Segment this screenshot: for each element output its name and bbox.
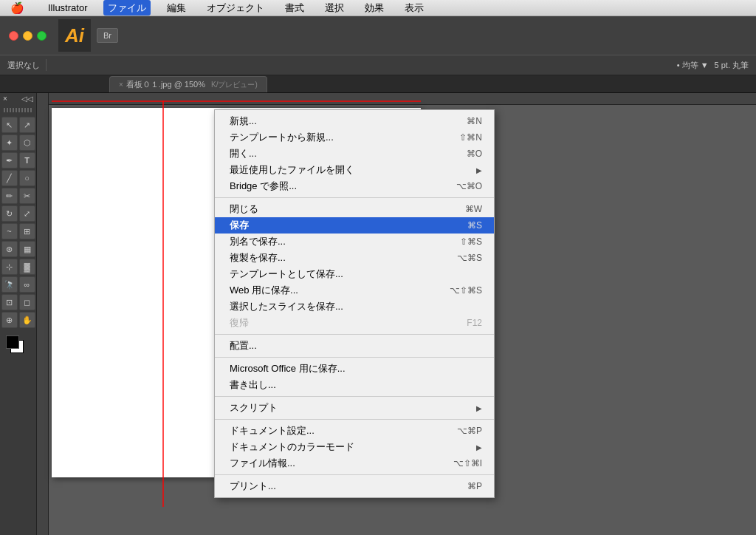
separator-1 bbox=[215, 197, 494, 198]
menu-effects[interactable]: 効果 bbox=[360, 0, 388, 16]
close-button[interactable] bbox=[9, 31, 18, 41]
pencil-tool[interactable]: ✏ bbox=[1, 188, 18, 204]
menu-file-info[interactable]: ファイル情報... ⌥⇧⌘I bbox=[215, 455, 494, 471]
separator-6 bbox=[215, 474, 494, 475]
toolbox-collapse[interactable]: ◁◁ bbox=[21, 95, 33, 103]
menu-open-shortcut: ⌘O bbox=[467, 149, 482, 159]
menu-save[interactable]: 保存 ⌘S bbox=[215, 217, 494, 234]
column-graph-tool[interactable]: ▦ bbox=[19, 241, 35, 257]
free-transform-tool[interactable]: ⊞ bbox=[19, 223, 35, 239]
menu-object[interactable]: オブジェクト bbox=[202, 0, 269, 16]
zoom-tool[interactable]: ⊕ bbox=[1, 312, 18, 328]
stroke-size: 5 pt. 丸筆 bbox=[715, 60, 749, 71]
menu-color-mode[interactable]: ドキュメントのカラーモード ▶ bbox=[215, 439, 494, 455]
gradient-tool[interactable]: ▓ bbox=[19, 259, 35, 275]
menu-recent-arrow: ▶ bbox=[476, 166, 482, 174]
ruler-left bbox=[37, 93, 49, 535]
file-menu-dropdown: 新規... ⌘N テンプレートから新規... ⇧⌘N 開く... ⌘O 最近使用… bbox=[214, 109, 495, 498]
menu-bridge[interactable]: Bridge で参照... ⌥⌘O bbox=[215, 178, 494, 194]
menu-save-for-web[interactable]: Web 用に保存... ⌥⇧⌘S bbox=[215, 282, 494, 299]
menu-edit[interactable]: 編集 bbox=[162, 0, 190, 16]
tool-row-11: ⊡ ◻ bbox=[1, 294, 35, 310]
scale-tool[interactable]: ⤢ bbox=[19, 205, 35, 222]
mesh-tool[interactable]: ⊹ bbox=[1, 259, 18, 275]
stroke-info: • 均等 ▼ bbox=[677, 60, 709, 71]
menu-print[interactable]: プリント... ⌘P bbox=[215, 478, 494, 494]
menu-open-recent[interactable]: 最近使用したファイルを開く ▶ bbox=[215, 162, 494, 178]
apple-menu[interactable]: 🍎 bbox=[6, 0, 29, 16]
menu-new[interactable]: 新規... ⌘N bbox=[215, 113, 494, 129]
tool-row-3: ✒ T bbox=[1, 152, 35, 168]
eyedropper-tool[interactable]: 🔭 bbox=[1, 276, 18, 293]
app-toolbar: Ai Br bbox=[0, 16, 756, 55]
toolbox: × ◁◁ ↖ ↗ ✦ ⬡ ✒ T ╱ ○ ✏ ✂ ↻ ⤢ ~ ⊞ bbox=[0, 93, 37, 535]
line-tool[interactable]: ╱ bbox=[1, 170, 18, 186]
menu-close-label: 閉じる bbox=[230, 202, 258, 216]
ruler-top bbox=[37, 93, 756, 105]
tool-row-1: ↖ ↗ bbox=[1, 117, 35, 133]
ellipse-tool[interactable]: ○ bbox=[19, 170, 35, 186]
hand-tool[interactable]: ✋ bbox=[19, 312, 35, 328]
select-tool[interactable]: ↖ bbox=[1, 117, 18, 133]
menu-save-template-label: テンプレートとして保存... bbox=[230, 268, 343, 281]
menu-illustrator[interactable]: Illustrator bbox=[44, 0, 92, 16]
menu-close[interactable]: 閉じる ⌘W bbox=[215, 201, 494, 217]
control-bar: 選択なし • 均等 ▼ 5 pt. 丸筆 bbox=[0, 55, 756, 75]
menu-file[interactable]: ファイル bbox=[103, 0, 151, 16]
stroke-swatch[interactable] bbox=[6, 335, 19, 349]
menu-open-label: 開く... bbox=[230, 147, 257, 160]
menu-revert-label: 復帰 bbox=[230, 316, 249, 330]
minimize-button[interactable] bbox=[23, 31, 32, 41]
symbol-tool[interactable]: ⊛ bbox=[1, 241, 18, 257]
menu-scripts[interactable]: スクリプト ▶ bbox=[215, 400, 494, 416]
separator-5 bbox=[215, 419, 494, 420]
warp-tool[interactable]: ~ bbox=[1, 223, 18, 239]
menu-save-web-shortcut: ⌥⇧⌘S bbox=[450, 285, 482, 296]
toolbox-handle bbox=[4, 108, 33, 112]
menu-export[interactable]: 書き出し... bbox=[215, 377, 494, 393]
type-tool[interactable]: T bbox=[19, 152, 35, 168]
document-tab[interactable]: × 看板０１.jpg @ 150% K/プレビュー) bbox=[109, 76, 267, 92]
tool-row-8: ⊛ ▦ bbox=[1, 241, 35, 257]
toolbox-close[interactable]: × bbox=[3, 95, 7, 103]
menu-new-template-shortcut: ⇧⌘N bbox=[459, 132, 482, 143]
menu-view[interactable]: 表示 bbox=[400, 0, 428, 16]
menu-place[interactable]: 配置... bbox=[215, 338, 494, 354]
menu-save-copy-label: 複製を保存... bbox=[230, 251, 286, 265]
magic-wand-tool[interactable]: ✦ bbox=[1, 134, 18, 151]
menu-revert-shortcut: F12 bbox=[467, 318, 482, 328]
menu-save-copy-shortcut: ⌥⌘S bbox=[457, 253, 482, 263]
slice-tool[interactable]: ⊡ bbox=[1, 294, 18, 310]
menu-close-shortcut: ⌘W bbox=[465, 204, 482, 214]
menu-save-as[interactable]: 別名で保存... ⇧⌘S bbox=[215, 234, 494, 250]
menu-select[interactable]: 選択 bbox=[320, 0, 348, 16]
tab-close-btn[interactable]: × bbox=[119, 81, 123, 89]
separator-3 bbox=[215, 357, 494, 358]
menu-document-setup[interactable]: ドキュメント設定... ⌥⌘P bbox=[215, 423, 494, 439]
menu-open[interactable]: 開く... ⌘O bbox=[215, 146, 494, 162]
menu-save-copy[interactable]: 複製を保存... ⌥⌘S bbox=[215, 250, 494, 266]
menu-new-label: 新規... bbox=[230, 115, 257, 128]
direct-select-tool[interactable]: ↗ bbox=[19, 117, 35, 133]
maximize-button[interactable] bbox=[37, 31, 47, 41]
menu-format[interactable]: 書式 bbox=[281, 0, 309, 16]
blend-tool[interactable]: ∞ bbox=[19, 276, 35, 293]
menu-export-label: 書き出し... bbox=[230, 378, 276, 392]
menu-save-for-office[interactable]: Microsoft Office 用に保存... bbox=[215, 361, 494, 377]
menu-recent-label: 最近使用したファイルを開く bbox=[230, 163, 354, 177]
menu-place-label: 配置... bbox=[230, 339, 257, 352]
menu-bridge-shortcut: ⌥⌘O bbox=[456, 181, 482, 191]
menu-new-from-template[interactable]: テンプレートから新規... ⇧⌘N bbox=[215, 129, 494, 146]
bridge-button[interactable]: Br bbox=[97, 28, 118, 43]
scissors-tool[interactable]: ✂ bbox=[19, 188, 35, 204]
eraser-tool[interactable]: ◻ bbox=[19, 294, 35, 310]
menu-save-selected-slices[interactable]: 選択したスライスを保存... bbox=[215, 299, 494, 315]
selection-status: 選択なし bbox=[7, 60, 40, 71]
lasso-tool[interactable]: ⬡ bbox=[19, 134, 35, 151]
menu-save-template[interactable]: テンプレートとして保存... bbox=[215, 266, 494, 282]
pen-tool[interactable]: ✒ bbox=[1, 152, 18, 168]
rotate-tool[interactable]: ↻ bbox=[1, 205, 18, 222]
menu-save-shortcut: ⌘S bbox=[467, 220, 482, 231]
canvas-guide-h bbox=[52, 100, 421, 102]
menu-new-shortcut: ⌘N bbox=[467, 116, 482, 126]
